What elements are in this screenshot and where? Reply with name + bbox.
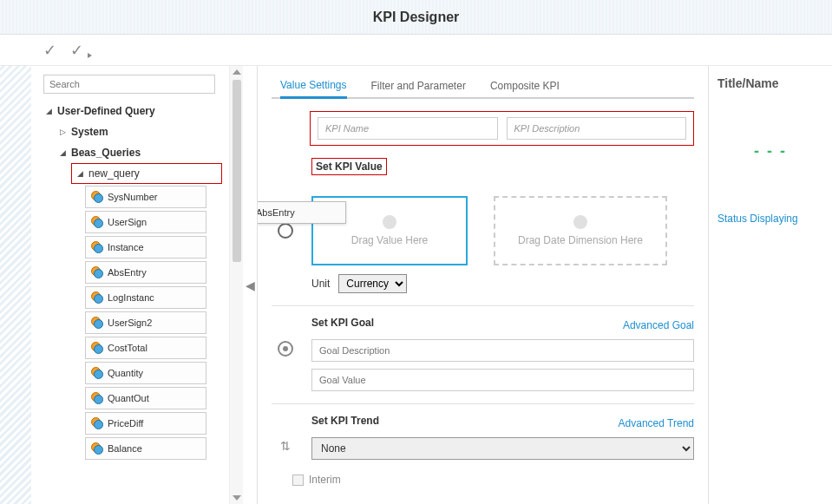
- advanced-trend-link[interactable]: Advanced Trend: [619, 417, 694, 429]
- field-list: SysNumber UserSign Instance AbsEntry Log…: [85, 186, 222, 460]
- center-panel: Value Settings Filter and Parameter Comp…: [257, 66, 709, 504]
- set-kpi-goal-label: Set KPI Goal: [311, 317, 374, 329]
- field-icon: [91, 266, 103, 278]
- app-title: KPI Designer: [0, 0, 832, 35]
- trend-select[interactable]: None: [311, 437, 694, 460]
- tree-system-label: System: [71, 126, 108, 138]
- field-item[interactable]: LogInstanc: [85, 286, 206, 309]
- field-icon: [91, 417, 103, 429]
- field-item[interactable]: CostTotal: [85, 337, 206, 359]
- kpi-name-row: [310, 111, 694, 146]
- field-item[interactable]: SysNumber: [85, 186, 206, 208]
- status-displaying-link[interactable]: Status Displaying: [717, 213, 823, 225]
- goal-description-input[interactable]: [311, 339, 694, 362]
- field-item[interactable]: Quantity: [85, 362, 206, 384]
- tree-beas-label: Beas_Queries: [71, 147, 141, 159]
- tree-system[interactable]: ▷ System: [57, 121, 222, 142]
- field-icon: [91, 191, 103, 203]
- search-input[interactable]: [43, 75, 215, 94]
- collapse-handle[interactable]: ◀: [243, 66, 257, 504]
- scrollbar-thumb[interactable]: [233, 80, 241, 262]
- tab-bar: Value Settings Filter and Parameter Comp…: [272, 75, 694, 99]
- tree-root-label: User-Defined Query: [57, 105, 155, 117]
- drop-date-label: Drag Date Dimension Here: [518, 234, 643, 246]
- field-icon: [91, 442, 103, 455]
- field-icon: [91, 367, 103, 379]
- preview-value-placeholder: - - -: [717, 142, 823, 160]
- divider: [272, 403, 694, 404]
- interim-label: Interim: [309, 474, 341, 486]
- tab-filter-parameter[interactable]: Filter and Parameter: [371, 80, 466, 97]
- chevron-left-icon: ◀: [246, 278, 255, 292]
- tree-new-query[interactable]: ◢ new_query: [71, 163, 222, 184]
- target-icon: [272, 341, 299, 357]
- field-item[interactable]: UserSign: [85, 211, 206, 233]
- field-icon: [91, 291, 103, 304]
- kpi-name-input[interactable]: [318, 117, 498, 140]
- tab-composite-kpi[interactable]: Composite KPI: [490, 80, 560, 97]
- tree-root[interactable]: ◢ User-Defined Query: [43, 101, 222, 121]
- advanced-goal-link[interactable]: Advanced Goal: [623, 319, 694, 331]
- field-item[interactable]: Balance: [85, 437, 206, 460]
- dragging-field-chip[interactable]: AbsEntry: [257, 201, 346, 224]
- drop-zone-date[interactable]: Drag Date Dimension Here: [494, 196, 667, 265]
- chevron-right-icon: ▷: [57, 127, 68, 137]
- scrollbar[interactable]: [229, 66, 243, 504]
- dragging-field-label: AbsEntry: [257, 207, 295, 218]
- preview-title: Title/Name: [717, 76, 823, 90]
- chevron-down-icon: ◢: [57, 147, 68, 158]
- unit-select[interactable]: Currency: [338, 274, 407, 293]
- set-kpi-value-label: Set KPI Value: [311, 158, 387, 175]
- goal-value-input[interactable]: [311, 369, 694, 391]
- field-icon: [91, 342, 103, 354]
- field-icon: [91, 241, 103, 253]
- unit-label: Unit: [311, 278, 330, 290]
- calendar-icon: [573, 215, 587, 229]
- query-tree: ◢ User-Defined Query ▷ System ◢ Beas_Que…: [43, 101, 222, 460]
- tree-new-query-label: new_query: [88, 167, 140, 180]
- drop-value-label: Drag Value Here: [351, 234, 429, 246]
- confirm-icon[interactable]: ✓: [43, 41, 56, 60]
- arrows-icon: [272, 439, 299, 453]
- chevron-down-icon: ◢: [43, 106, 54, 116]
- preview-panel: Title/Name - - - Status Displaying: [709, 66, 832, 504]
- toolbar: ✓ ✓: [0, 35, 832, 66]
- tree-beas[interactable]: ◢ Beas_Queries: [57, 142, 222, 163]
- kpi-description-input[interactable]: [507, 117, 687, 140]
- field-icon: [91, 392, 103, 404]
- interim-checkbox[interactable]: [292, 475, 304, 486]
- field-icon: [91, 216, 103, 228]
- field-icon: [91, 317, 103, 329]
- divider: [272, 305, 694, 306]
- field-item[interactable]: Instance: [85, 236, 206, 259]
- sidebar: ◢ User-Defined Query ▷ System ◢ Beas_Que…: [0, 66, 229, 504]
- field-item[interactable]: UserSign2: [85, 311, 206, 334]
- confirm-next-icon[interactable]: ✓: [70, 41, 83, 60]
- field-item[interactable]: QuantOut: [85, 387, 206, 409]
- set-kpi-trend-label: Set KPI Trend: [311, 415, 379, 427]
- tab-value-settings[interactable]: Value Settings: [280, 79, 347, 99]
- field-item[interactable]: AbsEntry: [85, 261, 206, 284]
- chevron-down-icon: ◢: [75, 168, 85, 179]
- measure-icon: [383, 215, 396, 229]
- field-item[interactable]: PriceDiff: [85, 412, 206, 435]
